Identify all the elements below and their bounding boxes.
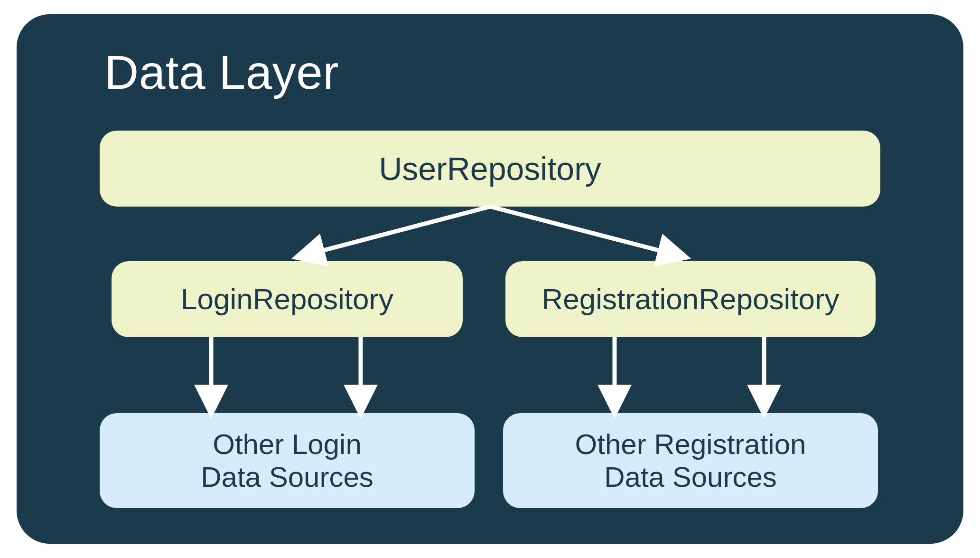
data-layer-panel: Data Layer UserRepository LoginRepositor… <box>17 14 963 544</box>
node-login-repository: LoginRepository <box>112 261 463 337</box>
panel-title: Data Layer <box>104 45 339 100</box>
node-user-repository: UserRepository <box>100 131 880 207</box>
node-label-line1: Other Registration <box>575 428 806 460</box>
node-label-line2: Data Sources <box>604 461 777 493</box>
node-label: UserRepository <box>379 150 601 187</box>
node-label-line2: Data Sources <box>201 461 373 493</box>
node-registration-data-sources: Other Registration Data Sources <box>503 413 878 508</box>
node-label-line1: Other Login <box>213 428 362 460</box>
node-label: Other Registration Data Sources <box>575 428 806 493</box>
node-label: RegistrationRepository <box>541 282 839 316</box>
node-login-data-sources: Other Login Data Sources <box>100 413 475 508</box>
node-label: Other Login Data Sources <box>201 428 373 493</box>
node-registration-repository: RegistrationRepository <box>505 261 876 337</box>
edge-user-to-login <box>304 207 490 255</box>
node-label: LoginRepository <box>181 282 393 316</box>
edge-user-to-registration <box>490 207 679 255</box>
